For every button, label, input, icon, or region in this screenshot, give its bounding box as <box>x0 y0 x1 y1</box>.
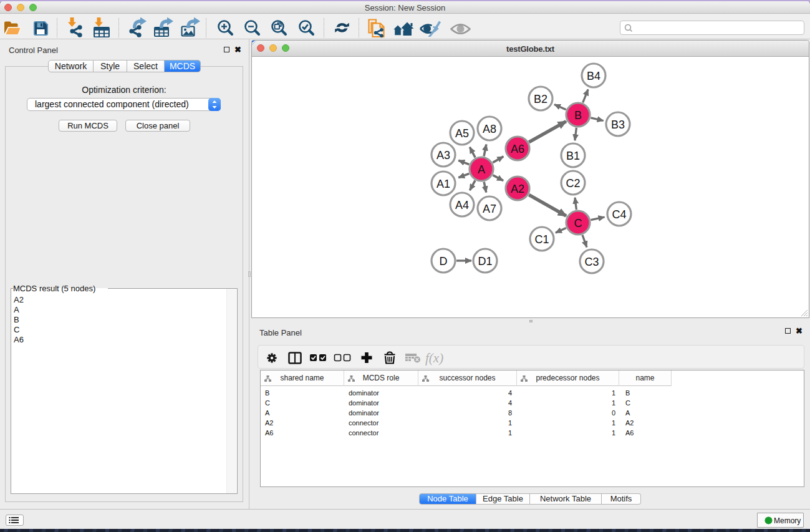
svg-text:A2: A2 <box>511 183 524 195</box>
svg-text:D: D <box>440 255 448 268</box>
svg-text:A6: A6 <box>511 143 524 155</box>
svg-text:A: A <box>478 163 485 176</box>
svg-text:A3: A3 <box>436 149 450 162</box>
svg-text:C: C <box>574 217 582 230</box>
svg-text:D1: D1 <box>478 255 492 268</box>
svg-text:A1: A1 <box>436 178 450 190</box>
svg-text:B2: B2 <box>534 93 547 105</box>
svg-text:f(x): f(x) <box>425 351 443 365</box>
svg-text:C3: C3 <box>584 256 599 268</box>
svg-text:B4: B4 <box>587 70 600 82</box>
svg-text:A8: A8 <box>483 123 496 135</box>
svg-text:A7: A7 <box>483 203 496 215</box>
svg-text:C2: C2 <box>566 177 580 190</box>
svg-text:B1: B1 <box>566 150 580 162</box>
svg-text:A5: A5 <box>455 127 469 140</box>
svg-text:C1: C1 <box>534 233 549 246</box>
svg-text:C4: C4 <box>612 208 626 221</box>
svg-text:A4: A4 <box>455 199 469 211</box>
svg-text:B3: B3 <box>611 118 625 131</box>
svg-text:B: B <box>574 109 582 122</box>
